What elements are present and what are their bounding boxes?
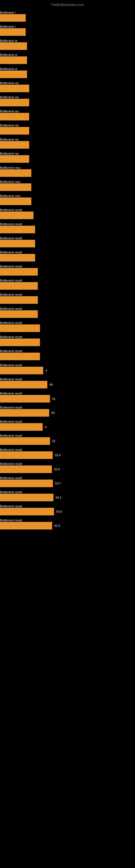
bar-row: Bottleneck result [0, 251, 135, 265]
bar-label: Bottleneck resu [0, 194, 20, 197]
bar-row: Bottleneck result [0, 279, 135, 293]
bar-value: 4 [45, 425, 46, 429]
bar-label: Bottleneck resu [0, 180, 20, 183]
bar-label: Bottleneck r [0, 11, 16, 14]
bar-row: Bottleneck result4 [0, 364, 135, 378]
bar-value: 49 [49, 383, 53, 386]
bar-row: Bottleneck result [0, 237, 135, 251]
bar-row: Bottleneck res [0, 138, 135, 152]
bar-label: Bottleneck result [0, 335, 22, 339]
header: TheBottlenecker.com [0, 0, 135, 8]
bar-row: Bottleneck result54.1 [0, 490, 135, 504]
bar-label: Bottleneck result [0, 392, 22, 395]
bar-label: Bottleneck result [0, 434, 22, 437]
bar-label: Bottleneck result [0, 349, 22, 352]
bar-value: 50 [51, 411, 54, 414]
bar-label: Bottleneck result [0, 251, 22, 254]
bar-row: Bottleneck re [0, 39, 135, 53]
site-title: TheBottlenecker.com [51, 3, 84, 7]
bar-label: Bottleneck result [0, 364, 22, 367]
bar-label: Bottleneck result [0, 476, 22, 479]
bar-label: Bottleneck result [0, 378, 22, 381]
bar-label: Bottleneck result [0, 490, 22, 494]
bar-row: Bottleneck resu [0, 194, 135, 208]
bar-row: Bottleneck result [0, 349, 135, 364]
bar-label: Bottleneck res [0, 124, 19, 127]
bar-row: Bottleneck r [0, 11, 135, 25]
bar-value: 54.1 [56, 496, 61, 499]
bar-label: Bottleneck re [0, 39, 17, 42]
bar-row: Bottleneck result [0, 265, 135, 279]
bar-label: Bottleneck re [0, 67, 17, 70]
bar-row: Bottleneck res [0, 110, 135, 124]
bar-row: Bottleneck r [0, 25, 135, 39]
bar-label: Bottleneck result [0, 208, 22, 212]
bar-label: Bottleneck res [0, 152, 19, 155]
bar-row: Bottleneck res [0, 152, 135, 166]
bar-label: Bottleneck res [0, 82, 19, 85]
bar-label: Bottleneck result [0, 222, 22, 226]
bar-label: Bottleneck result [0, 293, 22, 296]
bar-row: Bottleneck re [0, 67, 135, 82]
bar-row: Bottleneck result [0, 321, 135, 335]
bar-row: Bottleneck result [0, 335, 135, 349]
bar-row: Bottleneck res [0, 95, 135, 110]
bar-label: Bottleneck re [0, 53, 17, 56]
bar-label: Bottleneck result [0, 519, 22, 522]
bar-label: Bottleneck result [0, 462, 22, 465]
bar-label: Bottleneck r [0, 25, 16, 28]
bar-value: 53.4 [55, 454, 60, 457]
bar-row: Bottleneck result51. [0, 434, 135, 448]
bar-label: Bottleneck result [0, 504, 22, 508]
bar-row: Bottleneck res [0, 82, 135, 95]
bar-row: Bottleneck result51. [0, 392, 135, 406]
bar-row: Bottleneck result50 [0, 406, 135, 420]
bar-label: Bottleneck result [0, 448, 22, 452]
bar-label: Bottleneck res [0, 138, 19, 141]
bar-row: Bottleneck re [0, 53, 135, 67]
bar-label: Bottleneck result [0, 265, 22, 268]
bar-label: Bottleneck result [0, 321, 22, 324]
bar-value: 53.7 [55, 482, 61, 485]
bar-label: Bottleneck res [0, 110, 19, 113]
bar-label: Bottleneck result [0, 420, 22, 423]
bar-value: 52.8 [54, 468, 60, 471]
bar-value: 51. [52, 439, 56, 443]
bar-label: Bottleneck res [0, 95, 19, 99]
bar-label: Bottleneck result [0, 237, 22, 240]
chart-area: Bottleneck rBottleneck rBottleneck reBot… [0, 8, 135, 535]
bar-value: 52.9 [54, 524, 60, 527]
bar-row: Bottleneck result [0, 307, 135, 321]
bar-row: Bottleneck res [0, 124, 135, 138]
bar-row: Bottleneck resu [0, 180, 135, 194]
bar-row: Bottleneck result [0, 222, 135, 237]
bar-label: Bottleneck resu [0, 166, 20, 169]
bar-value: 51. [52, 397, 56, 400]
bar-row: Bottleneck result52.9 [0, 519, 135, 533]
bar-row: Bottleneck result4 [0, 420, 135, 434]
bar-value: 4 [45, 369, 47, 372]
bar-row: Bottleneck result52.8 [0, 462, 135, 476]
bar-label: Bottleneck result [0, 307, 22, 310]
bar-row: Bottleneck result [0, 293, 135, 307]
bar-label: Bottleneck result [0, 279, 22, 282]
bar-row: Bottleneck result54.6 [0, 504, 135, 519]
bar-row: Bottleneck result [0, 208, 135, 222]
bar-row: Bottleneck resu [0, 166, 135, 180]
bar-label: Bottleneck result [0, 406, 22, 409]
bar-row: Bottleneck result49 [0, 378, 135, 392]
bar-row: Bottleneck result53.4 [0, 448, 135, 462]
bar-value: 54.6 [56, 510, 62, 513]
bar-row: Bottleneck result53.7 [0, 476, 135, 490]
